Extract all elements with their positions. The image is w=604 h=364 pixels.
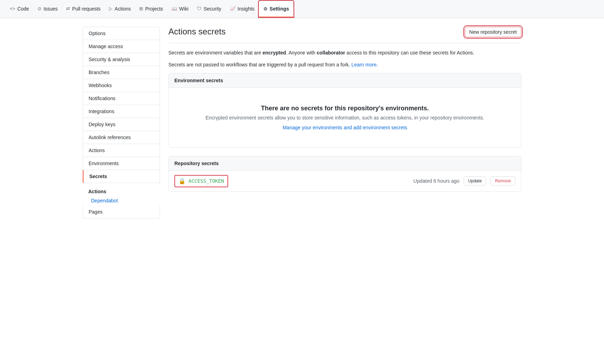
learn-more-link[interactable]: Learn more bbox=[352, 62, 377, 67]
new-repository-secret-button[interactable]: New repository secret bbox=[465, 27, 521, 37]
sidebar-item-webhooks[interactable]: Webhooks bbox=[83, 79, 160, 92]
projects-icon: ⊞ bbox=[139, 6, 143, 11]
environment-secrets-section: Environment secrets There are no secrets… bbox=[168, 73, 521, 148]
security-icon: 🛡 bbox=[197, 6, 201, 11]
secret-name-area: 🔒 ACCESS_TOKEN bbox=[174, 175, 228, 187]
env-secrets-empty-state: There are no secrets for this repository… bbox=[169, 88, 521, 147]
nav-security-label: Security bbox=[204, 6, 221, 12]
env-secrets-empty-title: There are no secrets for this repository… bbox=[174, 105, 515, 112]
env-secrets-body: There are no secrets for this repository… bbox=[169, 88, 521, 147]
description-line2: Secrets are not passed to workflows that… bbox=[168, 61, 521, 69]
sidebar-item-actions[interactable]: Actions bbox=[83, 144, 160, 157]
insights-icon: 📈 bbox=[230, 6, 236, 11]
nav-actions[interactable]: ▷ Actions bbox=[105, 1, 135, 17]
update-secret-button[interactable]: Update bbox=[464, 176, 487, 186]
pull-requests-icon: ⇄ bbox=[66, 6, 70, 11]
nav-pull-requests[interactable]: ⇄ Pull requests bbox=[62, 1, 105, 17]
sidebar-item-notifications[interactable]: Notifications bbox=[83, 92, 160, 105]
encrypted-bold: encrypted bbox=[263, 50, 286, 56]
code-icon: <> bbox=[10, 6, 15, 11]
secret-actions: Updated 6 hours ago Update Remove bbox=[413, 176, 515, 186]
secret-updated: Updated 6 hours ago bbox=[413, 178, 460, 184]
sidebar-item-security-analysis[interactable]: Security & analysis bbox=[83, 53, 160, 66]
sidebar-item-manage-access[interactable]: Manage access bbox=[83, 40, 160, 53]
nav-issues[interactable]: ⊙ Issues bbox=[33, 1, 62, 17]
sidebar: Options Manage access Security & analysi… bbox=[83, 27, 160, 219]
nav-security[interactable]: 🛡 Security bbox=[193, 1, 226, 17]
nav-insights-label: Insights bbox=[238, 6, 255, 12]
manage-environments-link[interactable]: Manage your environments and add environ… bbox=[283, 125, 407, 130]
env-secrets-header: Environment secrets bbox=[169, 73, 521, 88]
page-title: Actions secrets bbox=[168, 27, 226, 37]
nav-wiki[interactable]: 📖 Wiki bbox=[167, 1, 193, 17]
wiki-icon: 📖 bbox=[172, 6, 177, 11]
nav-insights[interactable]: 📈 Insights bbox=[226, 1, 259, 17]
description-line1: Secrets are environment variables that a… bbox=[168, 49, 521, 57]
repository-secrets-section: Repository secrets 🔒 ACCESS_TOKEN Update… bbox=[168, 156, 521, 192]
nav-code-label: Code bbox=[17, 6, 29, 12]
env-secrets-empty-desc: Encrypted environment secrets allow you … bbox=[174, 115, 515, 121]
lock-icon: 🔒 bbox=[179, 178, 186, 184]
secret-row: 🔒 ACCESS_TOKEN Updated 6 hours ago Updat… bbox=[169, 171, 521, 191]
repo-secrets-header: Repository secrets bbox=[169, 156, 521, 171]
issues-icon: ⊙ bbox=[38, 6, 41, 11]
page-layout: Options Manage access Security & analysi… bbox=[77, 27, 527, 219]
sidebar-item-environments[interactable]: Environments bbox=[83, 157, 160, 170]
sidebar-sub-item-dependabot[interactable]: Dependabot bbox=[83, 196, 160, 206]
collaborator-bold: collaborator bbox=[317, 50, 345, 56]
nav-settings-label: Settings bbox=[270, 6, 289, 12]
sidebar-item-branches[interactable]: Branches bbox=[83, 66, 160, 79]
page-header: Actions secrets New repository secret bbox=[168, 27, 521, 43]
sidebar-item-secrets[interactable]: Secrets bbox=[83, 170, 160, 183]
sidebar-item-integrations[interactable]: Integrations bbox=[83, 105, 160, 118]
nav-actions-label: Actions bbox=[115, 6, 131, 12]
sidebar-item-pages[interactable]: Pages bbox=[83, 206, 160, 219]
nav-projects-label: Projects bbox=[145, 6, 163, 12]
remove-secret-button[interactable]: Remove bbox=[490, 176, 515, 186]
nav-issues-label: Issues bbox=[44, 6, 58, 12]
actions-icon: ▷ bbox=[109, 6, 113, 11]
sidebar-actions-section-header: Actions bbox=[83, 183, 160, 196]
main-content: Actions secrets New repository secret Se… bbox=[168, 27, 521, 219]
repo-secrets-body: 🔒 ACCESS_TOKEN Updated 6 hours ago Updat… bbox=[169, 171, 521, 191]
sidebar-item-deploy-keys[interactable]: Deploy keys bbox=[83, 118, 160, 131]
nav-code[interactable]: <> Code bbox=[6, 1, 33, 17]
settings-icon: ⚙ bbox=[263, 6, 268, 12]
sidebar-item-autolink-references[interactable]: Autolink references bbox=[83, 131, 160, 144]
secret-name: ACCESS_TOKEN bbox=[188, 178, 224, 184]
nav-pull-requests-label: Pull requests bbox=[72, 6, 101, 12]
nav-settings[interactable]: ⚙ Settings bbox=[259, 1, 294, 17]
nav-wiki-label: Wiki bbox=[179, 6, 188, 12]
top-navigation: <> Code ⊙ Issues ⇄ Pull requests ▷ Actio… bbox=[0, 0, 604, 18]
sidebar-item-options[interactable]: Options bbox=[83, 27, 160, 40]
nav-projects[interactable]: ⊞ Projects bbox=[135, 1, 167, 17]
